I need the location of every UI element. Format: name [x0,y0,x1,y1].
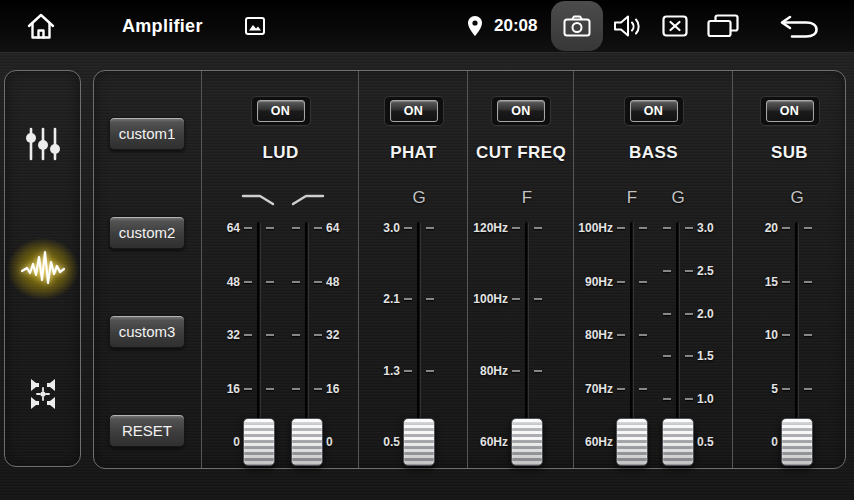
tick-dash [314,388,322,390]
slider-track[interactable] [257,222,261,450]
sidebar-item-speaker-balance[interactable] [15,366,71,422]
tick-dash [617,334,625,336]
tick-dash [639,334,647,336]
equalizer-icon [24,127,62,161]
tick-label: 60Hz [480,435,508,449]
gain-label: G [671,188,684,208]
top-bar: Amplifier 20:08 [0,0,854,53]
tick-dash [639,388,647,390]
tick-label: 3.0 [383,221,400,235]
tick-label: 60Hz [585,435,613,449]
sidebar-item-sound-effects[interactable] [15,241,71,297]
tick-dash [782,227,790,229]
location-pin-icon [467,15,483,37]
tick-dash [404,370,412,372]
tick-dash [512,227,520,229]
on-label: ON [766,100,814,122]
tick-label: 80Hz [585,328,613,342]
cutfreq-title: CUT FREQ [468,143,574,163]
tick-dash [404,227,412,229]
slider-track[interactable] [795,222,799,450]
cutfreq-on-button[interactable]: ON [491,96,551,126]
slider-thumb[interactable] [243,418,275,466]
slider-track[interactable] [630,222,634,450]
tick-dash [804,334,812,336]
tick-label: 64 [326,221,339,235]
amplifier-panel: custom1 custom2 custom3 RESET ON LUD 64 … [93,70,846,469]
gallery-button[interactable] [245,17,265,35]
tick-label: 16 [326,382,339,396]
bass-column: ON BASS F G 100Hz 90Hz 80Hz 70Hz 60Hz 3.… [573,71,733,468]
tick-dash [244,334,252,336]
tick-dash [314,334,322,336]
lud-title: LUD [202,143,359,163]
freq-label: F [627,188,637,208]
tick-dash [663,398,671,400]
tick-dash [512,298,520,300]
lud-on-button[interactable]: ON [251,96,311,126]
tick-dash [292,334,300,336]
sidebar [4,70,81,467]
slider-thumb[interactable] [403,418,435,466]
tick-label: 3.0 [697,221,714,235]
sidebar-item-equalizer[interactable] [15,116,71,172]
freq-label: F [522,188,532,208]
custom2-button[interactable]: custom2 [109,216,185,249]
slider-thumb[interactable] [781,418,813,466]
tick-label: 64 [227,221,240,235]
tick-label: 120Hz [473,221,508,235]
speaker-balance-icon [24,376,62,412]
tick-label: 100Hz [473,292,508,306]
tick-label: 2.0 [697,307,714,321]
tick-label: 100Hz [578,221,613,235]
home-button[interactable] [26,12,56,40]
tick-dash [292,281,300,283]
tick-label: 80Hz [480,364,508,378]
camera-button[interactable] [551,1,603,51]
tick-label: 90Hz [585,275,613,289]
slider-track[interactable] [676,222,680,450]
slider-thumb[interactable] [291,418,323,466]
tick-label: 32 [227,328,240,342]
sub-on-button[interactable]: ON [760,96,820,126]
recent-apps-button[interactable] [707,14,739,38]
tick-dash [782,388,790,390]
close-window-button[interactable] [662,15,688,37]
reset-button[interactable]: RESET [109,414,185,447]
slider-thumb[interactable] [616,418,648,466]
gallery-icon [245,17,265,35]
gain-label: G [412,188,425,208]
tick-label: 15 [765,275,778,289]
tick-dash [266,334,274,336]
tick-label: 2.5 [697,264,714,278]
lowpass-curve-icon [241,192,277,206]
clock: 20:08 [494,0,537,52]
phat-on-button[interactable]: ON [384,96,444,126]
tick-dash [292,227,300,229]
slider-track[interactable] [417,222,421,450]
slider-track[interactable] [305,222,309,450]
slider-thumb[interactable] [662,418,694,466]
slider-track[interactable] [525,222,529,450]
tick-dash [426,298,434,300]
tick-dash [244,227,252,229]
back-button[interactable] [779,14,819,39]
tick-dash [266,227,274,229]
tick-label: 48 [227,275,240,289]
tick-label: 2.1 [383,292,400,306]
slider-thumb[interactable] [511,418,543,466]
tick-dash [685,313,693,315]
volume-button[interactable] [613,14,643,38]
tick-label: 0.5 [697,435,714,449]
custom1-button[interactable]: custom1 [109,117,185,150]
tick-dash [685,270,693,272]
tick-label: 32 [326,328,339,342]
custom3-button[interactable]: custom3 [109,315,185,348]
tick-dash [663,227,671,229]
tick-label: 1.0 [697,392,714,406]
tick-dash [534,298,542,300]
tick-dash [663,313,671,315]
highpass-curve-icon [289,192,325,206]
on-label: ON [257,100,305,122]
bass-on-button[interactable]: ON [624,96,684,126]
